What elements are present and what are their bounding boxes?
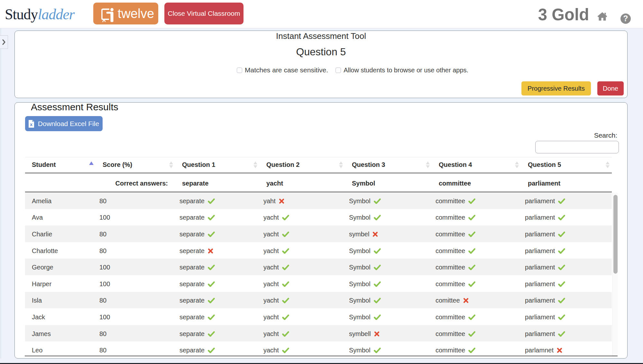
svg-text:x: x: [30, 122, 32, 127]
